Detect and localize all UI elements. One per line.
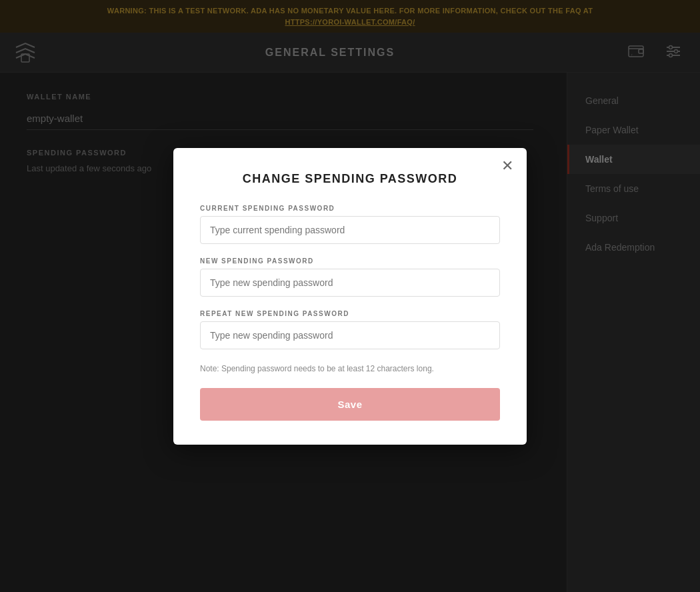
current-password-input[interactable]	[200, 216, 500, 244]
repeat-password-label: REPEAT NEW SPENDING PASSWORD	[200, 310, 500, 317]
current-password-label: CURRENT SPENDING PASSWORD	[200, 205, 500, 212]
modal-title: CHANGE SPENDING PASSWORD	[200, 172, 500, 186]
new-password-label: NEW SPENDING PASSWORD	[200, 257, 500, 265]
new-password-input[interactable]	[200, 269, 500, 297]
save-button[interactable]: Save	[200, 388, 500, 421]
modal-close-button[interactable]: ✕	[501, 159, 513, 173]
change-password-modal: ✕ CHANGE SPENDING PASSWORD CURRENT SPEND…	[173, 148, 527, 445]
password-note: Note: Spending password needs to be at l…	[200, 363, 500, 375]
modal-overlay[interactable]: ✕ CHANGE SPENDING PASSWORD CURRENT SPEND…	[0, 0, 700, 592]
repeat-password-input[interactable]	[200, 321, 500, 349]
